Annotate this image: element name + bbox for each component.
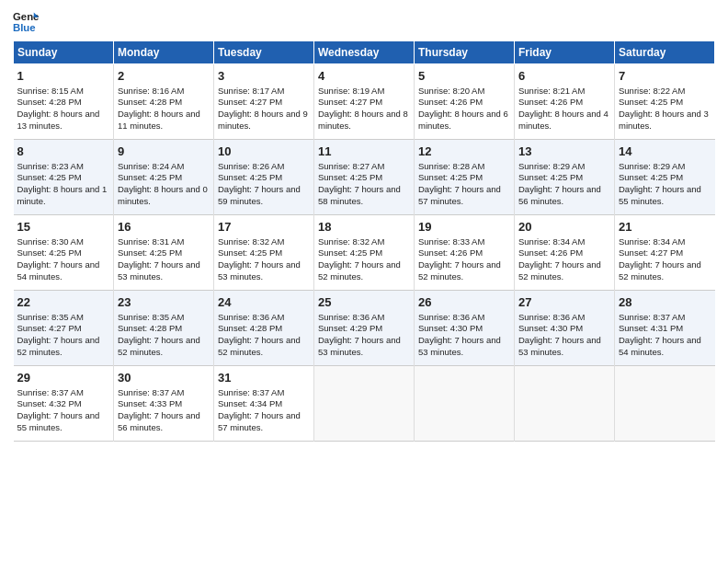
calendar-cell: 17Sunrise: 8:32 AMSunset: 4:25 PMDayligh… (214, 215, 314, 291)
sunset-text: Sunset: 4:32 PM (17, 398, 82, 408)
sunset-text: Sunset: 4:25 PM (118, 247, 182, 258)
sunset-text: Sunset: 4:33 PM (118, 398, 182, 408)
sunset-text: Sunset: 4:29 PM (318, 323, 382, 333)
sunset-text: Sunset: 4:25 PM (218, 172, 282, 182)
sunrise-text: Sunrise: 8:30 AM (17, 236, 84, 247)
weekday-header-friday: Friday (515, 41, 615, 64)
sunset-text: Sunset: 4:25 PM (218, 247, 282, 258)
daylight-text: Daylight: 8 hours and 8 minutes. (318, 109, 408, 131)
daylight-text: Daylight: 7 hours and 59 minutes. (218, 184, 301, 206)
day-number: 4 (318, 68, 410, 85)
day-number: 31 (218, 370, 310, 386)
sunset-text: Sunset: 4:26 PM (518, 97, 583, 107)
sunset-text: Sunset: 4:28 PM (118, 97, 182, 107)
sunrise-text: Sunrise: 8:20 AM (418, 86, 484, 96)
day-number: 24 (218, 294, 310, 311)
weekday-header-saturday: Saturday (615, 41, 715, 64)
day-number: 9 (118, 144, 210, 160)
calendar-cell: 6Sunrise: 8:21 AMSunset: 4:26 PMDaylight… (515, 64, 615, 140)
daylight-text: Daylight: 7 hours and 55 minutes. (619, 184, 701, 206)
day-number: 6 (518, 68, 610, 85)
day-number: 11 (318, 144, 410, 160)
calendar-week-row: 1Sunrise: 8:15 AMSunset: 4:28 PMDaylight… (14, 64, 715, 140)
sunset-text: Sunset: 4:25 PM (518, 172, 583, 182)
sunrise-text: Sunrise: 8:35 AM (17, 312, 84, 322)
day-number: 7 (619, 68, 711, 85)
day-number: 12 (418, 144, 510, 160)
day-number: 8 (17, 144, 110, 160)
sunrise-text: Sunrise: 8:15 AM (17, 86, 84, 96)
day-number: 2 (118, 68, 210, 85)
calendar-cell: 24Sunrise: 8:36 AMSunset: 4:28 PMDayligh… (214, 291, 314, 366)
calendar-cell: 8Sunrise: 8:23 AMSunset: 4:25 PMDaylight… (14, 140, 114, 215)
day-number: 5 (418, 68, 510, 85)
daylight-text: Daylight: 7 hours and 53 minutes. (118, 259, 200, 282)
sunset-text: Sunset: 4:25 PM (318, 247, 382, 258)
daylight-text: Daylight: 7 hours and 54 minutes. (17, 259, 100, 282)
sunset-text: Sunset: 4:27 PM (218, 97, 282, 107)
day-number: 19 (418, 219, 510, 236)
calendar-cell: 20Sunrise: 8:34 AMSunset: 4:26 PMDayligh… (515, 215, 615, 291)
calendar-cell: 10Sunrise: 8:26 AMSunset: 4:25 PMDayligh… (214, 140, 314, 215)
sunrise-text: Sunrise: 8:35 AM (118, 312, 184, 322)
daylight-text: Daylight: 7 hours and 57 minutes. (418, 184, 501, 206)
sunrise-text: Sunrise: 8:37 AM (118, 387, 184, 397)
sunset-text: Sunset: 4:30 PM (518, 323, 583, 333)
sunset-text: Sunset: 4:25 PM (118, 172, 182, 182)
weekday-header-thursday: Thursday (415, 41, 515, 64)
daylight-text: Daylight: 7 hours and 52 minutes. (619, 259, 701, 282)
day-number: 17 (218, 219, 310, 236)
day-number: 20 (518, 219, 610, 236)
sunset-text: Sunset: 4:26 PM (418, 97, 483, 107)
sunset-text: Sunset: 4:25 PM (318, 172, 382, 182)
calendar-cell (615, 366, 715, 442)
calendar-cell: 22Sunrise: 8:35 AMSunset: 4:27 PMDayligh… (14, 291, 114, 366)
weekday-header-row: SundayMondayTuesdayWednesdayThursdayFrid… (14, 41, 715, 64)
daylight-text: Daylight: 7 hours and 58 minutes. (318, 184, 401, 206)
calendar-cell: 7Sunrise: 8:22 AMSunset: 4:25 PMDaylight… (615, 64, 715, 140)
calendar-cell: 12Sunrise: 8:28 AMSunset: 4:25 PMDayligh… (415, 140, 515, 215)
calendar-cell: 11Sunrise: 8:27 AMSunset: 4:25 PMDayligh… (314, 140, 415, 215)
sunrise-text: Sunrise: 8:37 AM (218, 387, 284, 397)
daylight-text: Daylight: 8 hours and 13 minutes. (17, 109, 100, 131)
daylight-text: Daylight: 7 hours and 53 minutes. (218, 259, 301, 282)
sunset-text: Sunset: 4:25 PM (619, 97, 683, 107)
calendar-cell: 3Sunrise: 8:17 AMSunset: 4:27 PMDaylight… (214, 64, 314, 140)
daylight-text: Daylight: 8 hours and 9 minutes. (218, 109, 308, 131)
daylight-text: Daylight: 7 hours and 56 minutes. (518, 184, 601, 206)
daylight-text: Daylight: 8 hours and 6 minutes. (418, 109, 508, 131)
day-number: 21 (619, 219, 711, 236)
weekday-header-sunday: Sunday (14, 41, 114, 64)
sunset-text: Sunset: 4:28 PM (118, 323, 182, 333)
sunset-text: Sunset: 4:28 PM (17, 97, 82, 107)
sunrise-text: Sunrise: 8:29 AM (619, 161, 685, 171)
sunrise-text: Sunrise: 8:31 AM (118, 236, 184, 247)
logo-icon: General Blue (13, 9, 39, 35)
calendar-cell: 28Sunrise: 8:37 AMSunset: 4:31 PMDayligh… (615, 291, 715, 366)
sunset-text: Sunset: 4:27 PM (619, 247, 683, 258)
sunset-text: Sunset: 4:26 PM (518, 247, 583, 258)
day-number: 28 (619, 294, 711, 311)
day-number: 18 (318, 219, 410, 236)
daylight-text: Daylight: 7 hours and 53 minutes. (318, 335, 401, 357)
daylight-text: Daylight: 7 hours and 57 minutes. (218, 410, 301, 432)
daylight-text: Daylight: 7 hours and 52 minutes. (218, 335, 301, 357)
daylight-text: Daylight: 8 hours and 3 minutes. (619, 109, 709, 131)
sunset-text: Sunset: 4:31 PM (619, 323, 683, 333)
sunrise-text: Sunrise: 8:26 AM (218, 161, 284, 171)
day-number: 10 (218, 144, 310, 160)
day-number: 13 (518, 144, 610, 160)
sunset-text: Sunset: 4:25 PM (619, 172, 683, 182)
day-number: 16 (118, 219, 210, 236)
calendar-cell: 27Sunrise: 8:36 AMSunset: 4:30 PMDayligh… (515, 291, 615, 366)
sunrise-text: Sunrise: 8:22 AM (619, 86, 685, 96)
daylight-text: Daylight: 7 hours and 53 minutes. (518, 335, 601, 357)
sunrise-text: Sunrise: 8:36 AM (518, 312, 585, 322)
header: General Blue (13, 9, 715, 35)
day-number: 3 (218, 68, 310, 85)
calendar-cell: 18Sunrise: 8:32 AMSunset: 4:25 PMDayligh… (314, 215, 415, 291)
logo: General Blue (13, 9, 39, 35)
sunrise-text: Sunrise: 8:28 AM (418, 161, 484, 171)
daylight-text: Daylight: 7 hours and 52 minutes. (118, 335, 200, 357)
daylight-text: Daylight: 7 hours and 52 minutes. (17, 335, 100, 357)
